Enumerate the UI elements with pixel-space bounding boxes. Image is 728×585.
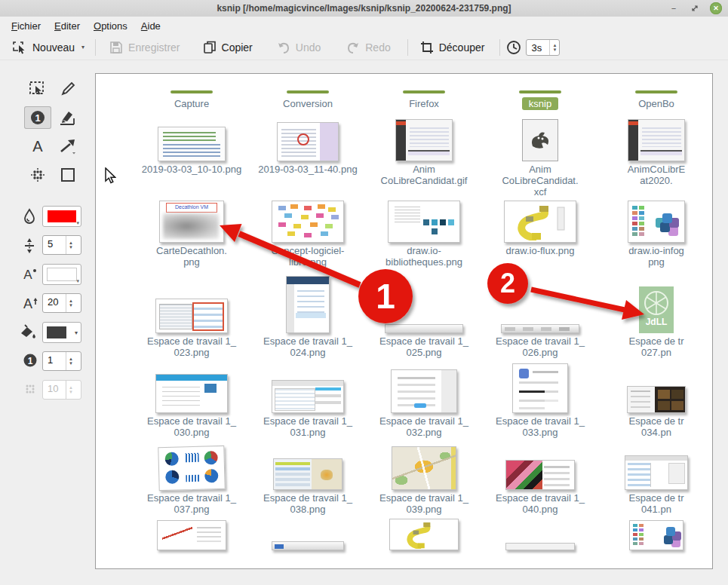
file-label: Espace de travail 1_ 038.png <box>251 492 364 515</box>
line-color-swatch[interactable]: ▾ <box>42 206 81 227</box>
select-tool-button[interactable] <box>24 78 51 100</box>
file-thumbnail <box>522 119 558 161</box>
toolbar-separator <box>407 39 408 56</box>
copy-icon <box>203 41 217 54</box>
minimize-button[interactable]: − <box>668 2 680 14</box>
spin-down-icon[interactable]: ▼ <box>69 303 73 308</box>
file-item: Espace de travail 1_ 030.png <box>135 365 248 438</box>
menu-fichier[interactable]: Fichier <box>5 18 48 34</box>
number-start-spinner[interactable]: 1 ▲▼ <box>42 351 81 371</box>
marker-tool-button[interactable] <box>54 106 81 129</box>
file-thumbnail <box>627 386 686 413</box>
delay-clock-icon <box>506 40 521 55</box>
line-width-spinner[interactable]: 5 ▲▼ <box>42 235 81 255</box>
file-label: Espace de travail 1_ 024.png <box>251 335 364 358</box>
text-color-swatch[interactable]: ▾ <box>42 264 81 285</box>
folder-openbo: OpenBo <box>600 90 713 110</box>
window-title: ksnip [/home/magicvince/Images/ksnip/ksn… <box>217 3 511 14</box>
delay-spinner[interactable]: 3s ▲ ▼ <box>526 39 560 56</box>
delay-value: 3s <box>527 40 549 55</box>
file-item <box>600 517 713 550</box>
menu-options[interactable]: Options <box>87 18 134 34</box>
copy-button-label: Copier <box>222 41 253 54</box>
copy-button[interactable]: Copier <box>197 38 259 57</box>
blur-tool-button[interactable] <box>24 164 51 186</box>
new-button[interactable]: Nouveau ▾ <box>6 38 91 57</box>
new-button-label: Nouveau <box>32 41 75 54</box>
svg-text:A: A <box>23 268 32 282</box>
toolbar: Nouveau ▾ Enregistrer Copier Undo Redo D… <box>0 35 728 60</box>
file-thumbnail <box>628 119 685 161</box>
file-item: Espace de tr 041.pn <box>600 443 713 515</box>
titlebar[interactable]: ksnip [/home/magicvince/Images/ksnip/ksn… <box>0 0 728 17</box>
menu-editer[interactable]: Editer <box>48 18 87 34</box>
file-thumbnail <box>395 119 453 161</box>
file-label: Espace de travail 1_ 031.png <box>251 415 364 438</box>
file-thumbnail <box>277 122 339 161</box>
file-thumbnail <box>505 543 575 550</box>
close-button[interactable]: ✕ <box>710 2 722 14</box>
swatch-dropdown-icon[interactable]: ▾ <box>76 278 79 284</box>
file-label: Espace de tr 041.pn <box>600 492 713 515</box>
file-item <box>484 517 597 550</box>
jdll-wheel-icon <box>642 289 671 317</box>
file-label: Espace de travail 1_ 026.png <box>484 335 597 358</box>
file-label: Concept-logiciel- libre.png <box>251 245 364 268</box>
arrow-icon <box>59 138 77 155</box>
text-tool-button[interactable]: A <box>24 135 51 158</box>
menu-aide[interactable]: Aide <box>134 18 167 34</box>
file-label: Anim CoLibreCandidat. xcf <box>484 164 597 198</box>
save-icon <box>109 41 123 54</box>
window-controls: − ✕ <box>668 0 722 17</box>
file-thumbnail <box>392 446 456 490</box>
fill-color-swatch[interactable]: ▾ <box>42 322 81 343</box>
marker-icon <box>59 109 77 126</box>
redo-button[interactable]: Redo <box>340 38 396 57</box>
color-droplet-icon <box>23 208 36 225</box>
file-label: draw.io-flux.png <box>484 245 597 256</box>
crop-button[interactable]: Découper <box>414 38 491 57</box>
file-item: Espace de tr 034.pn <box>600 365 713 438</box>
line-width-value: 5 <box>43 236 66 254</box>
file-item: Espace de travail 1_ 033.png <box>484 365 597 438</box>
spin-down-icon[interactable]: ▼ <box>552 47 557 52</box>
file-thumbnail <box>286 276 330 333</box>
folder-conversion: Conversion <box>251 90 364 110</box>
file-item: Concept-logiciel- libre.png <box>251 198 364 268</box>
blur-strength-spinner[interactable]: 10 ▲▼ <box>42 380 81 400</box>
new-dropdown-icon[interactable]: ▾ <box>81 44 84 51</box>
file-item: Espace de travail 1_ 039.png <box>367 443 481 515</box>
spin-down-icon: ▼ <box>69 390 73 394</box>
file-thumbnail <box>388 201 460 243</box>
save-button-label: Enregistrer <box>128 41 180 54</box>
maximize-button[interactable] <box>689 2 701 14</box>
number-tool-button[interactable]: 1 <box>24 106 51 129</box>
save-button[interactable]: Enregistrer <box>103 38 186 57</box>
delay-spin-arrows[interactable]: ▲ ▼ <box>549 40 559 55</box>
file-thumbnail <box>155 299 228 333</box>
file-thumbnail <box>391 369 457 413</box>
decathlon-tag-label: Decathlon VM <box>166 203 217 213</box>
mouse-cursor-icon <box>104 167 116 184</box>
editor-canvas[interactable]: Capture Conversion Firefox ksnip OpenBo … <box>95 73 713 569</box>
swatch-dropdown-icon[interactable]: ▾ <box>75 329 78 336</box>
arrow-tool-button[interactable] <box>54 135 81 158</box>
font-size-spinner[interactable]: 20 ▲▼ <box>42 293 81 313</box>
file-label: CarteDecathlon. png <box>135 245 248 268</box>
spin-down-icon[interactable]: ▼ <box>69 245 73 250</box>
fill-color-value <box>47 326 66 338</box>
file-thumbnail <box>512 363 568 413</box>
text-color-value <box>47 268 77 281</box>
file-label: Espace de travail 1_ 023.png <box>135 335 248 358</box>
svg-text:1: 1 <box>28 356 33 366</box>
rect-tool-button[interactable] <box>54 164 81 186</box>
swatch-dropdown-icon[interactable]: ▾ <box>76 220 79 226</box>
file-label: draw.io- bibliotheques.png <box>367 245 481 268</box>
file-thumbnail <box>158 127 226 161</box>
folder-firefox: Firefox <box>367 90 481 110</box>
undo-button[interactable]: Undo <box>271 38 327 57</box>
pen-tool-button[interactable] <box>54 78 81 100</box>
folder-label: Firefox <box>409 98 439 109</box>
spin-down-icon[interactable]: ▼ <box>69 361 73 366</box>
text-icon: A <box>29 138 46 155</box>
